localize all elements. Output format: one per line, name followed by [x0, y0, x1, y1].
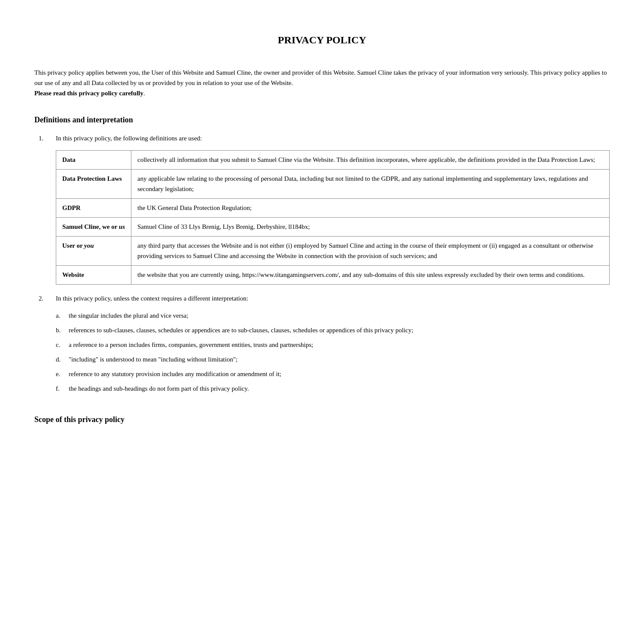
intro-bold: Please read this privacy policy carefull… [34, 90, 143, 97]
definitions-table: Datacollectively all information that yo… [56, 150, 610, 285]
table-row: Datacollectively all information that yo… [56, 151, 610, 170]
section2-heading: Scope of this privacy policy [34, 415, 610, 424]
table-row: Websitethe website that you are currentl… [56, 265, 610, 284]
list-item: d."including" is understood to mean "inc… [56, 354, 610, 365]
definition-cell: the UK General Data Protection Regulatio… [131, 198, 610, 217]
list-item-letter: a. [56, 310, 69, 321]
list-item: b.references to sub-clauses, clauses, sc… [56, 325, 610, 335]
list-item: a.the singular includes the plural and v… [56, 310, 610, 321]
term-cell: Data Protection Laws [56, 170, 131, 199]
list-item-text: the singular includes the plural and vic… [69, 310, 610, 321]
page-title: PRIVACY POLICY [34, 34, 610, 46]
term-cell: User or you [56, 237, 131, 266]
item1-text: In this privacy policy, the following de… [56, 133, 610, 143]
definition-cell: any applicable law relating to the proce… [131, 170, 610, 199]
numbered-item-2: 2. In this privacy policy, unless the co… [34, 293, 610, 304]
item2-text: In this privacy policy, unless the conte… [56, 293, 610, 304]
list-item-text: reference to any statutory provision inc… [69, 369, 610, 379]
term-cell: GDPR [56, 198, 131, 217]
list-item: c.a reference to a person includes firms… [56, 340, 610, 350]
item2-number: 2. [34, 293, 56, 304]
item1-number: 1. [34, 133, 56, 143]
list-item-text: "including" is understood to mean "inclu… [69, 354, 610, 365]
definition-cell: the website that you are currently using… [131, 265, 610, 284]
table-row: GDPRthe UK General Data Protection Regul… [56, 198, 610, 217]
term-cell: Data [56, 151, 131, 170]
intro-paragraph: This privacy policy applies between you,… [34, 67, 610, 98]
term-cell: Samuel Cline, we or us [56, 218, 131, 237]
section2: Scope of this privacy policy [34, 415, 610, 424]
definition-cell: collectively all information that you su… [131, 151, 610, 170]
sub-items-list: a.the singular includes the plural and v… [56, 310, 610, 394]
intro-bold-end: . [143, 90, 145, 97]
list-item-letter: b. [56, 325, 69, 335]
numbered-item-1: 1. In this privacy policy, the following… [34, 133, 610, 143]
list-item-text: references to sub-clauses, clauses, sche… [69, 325, 610, 335]
list-item: e.reference to any statutory provision i… [56, 369, 610, 379]
table-row: Samuel Cline, we or usSamuel Cline of 33… [56, 218, 610, 237]
list-item-letter: c. [56, 340, 69, 350]
list-item-text: a reference to a person includes firms, … [69, 340, 610, 350]
intro-text: This privacy policy applies between you,… [34, 69, 607, 86]
list-item-letter: e. [56, 369, 69, 379]
list-item-letter: d. [56, 354, 69, 365]
table-row: Data Protection Lawsany applicable law r… [56, 170, 610, 199]
definition-cell: any third party that accesses the Websit… [131, 237, 610, 266]
list-item-letter: f. [56, 383, 69, 394]
list-item-text: the headings and sub-headings do not for… [69, 383, 610, 394]
term-cell: Website [56, 265, 131, 284]
list-item: f.the headings and sub-headings do not f… [56, 383, 610, 394]
table-row: User or youany third party that accesses… [56, 237, 610, 266]
definition-cell: Samuel Cline of 33 Llys Brenig, Llys Bre… [131, 218, 610, 237]
section1-heading: Definitions and interpretation [34, 115, 610, 125]
